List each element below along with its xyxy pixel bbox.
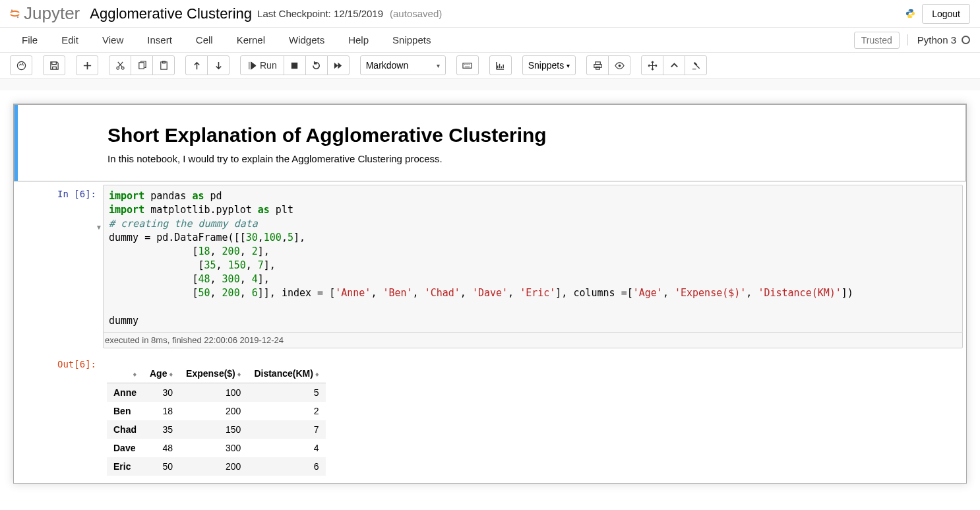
copy-button[interactable] [131,55,153,75]
cut-icon [115,61,125,71]
kernel-status-icon [962,36,970,44]
svg-point-0 [11,9,13,11]
stop-icon [290,61,299,71]
autosave-text: (autosaved) [390,8,442,19]
fast-forward-icon [333,61,343,71]
svg-point-3 [911,16,912,17]
menu-edit[interactable]: Edit [49,29,90,51]
restart-button[interactable] [305,55,328,75]
svg-point-4 [17,61,25,69]
eye-icon [615,61,625,71]
fold-icon[interactable]: ▼ [96,224,102,231]
menu-widgets[interactable]: Widgets [277,29,336,51]
index-header[interactable]: ♦ [107,364,143,383]
save-button[interactable] [10,55,32,75]
markdown-cell[interactable]: Short Explanation of Agglomerative Clust… [14,104,966,181]
menu-help[interactable]: Help [336,29,381,51]
save-icon [16,61,26,71]
col-distance[interactable]: Distance(KM)♦ [247,364,325,383]
copy-icon [137,61,147,71]
menu-snippets[interactable]: Snippets [381,29,443,51]
run-label: Run [260,60,277,71]
code-text: import pandas as pd import matplotlib.py… [109,189,957,328]
command-palette-button[interactable] [456,55,479,75]
table-row: Dave483004 [107,439,326,457]
svg-rect-11 [463,63,472,68]
move-down-button[interactable] [207,55,230,75]
table-row: Ben182002 [107,402,326,420]
table-header-row: ♦ Age♦ Expense($)♦ Distance(KM)♦ [107,364,326,383]
kernel-name[interactable]: Python 3 [907,34,970,46]
row-idx: Dave [107,439,143,457]
sort-icon: ♦ [237,370,241,378]
menu-view[interactable]: View [90,29,135,51]
preview-button[interactable] [608,55,630,75]
arrow-down-icon [214,61,224,71]
interrupt-button[interactable] [284,55,306,75]
menu-file[interactable]: File [10,29,49,51]
svg-point-6 [121,67,124,69]
svg-point-5 [116,67,119,69]
paste-icon [159,61,169,71]
header: Jupyter Agglomerative Clustering Last Ch… [0,0,980,28]
menu-kernel[interactable]: Kernel [225,29,277,51]
svg-rect-10 [291,62,297,68]
code-input-area[interactable]: ▼ import pandas as pd import matplotlib.… [103,185,963,333]
jupyter-logo[interactable]: Jupyter [10,3,80,24]
arrow-up-icon [192,61,202,71]
row-idx: Chad [107,420,143,439]
up-button[interactable] [663,55,685,75]
insert-cell-button[interactable] [76,55,98,75]
svg-point-2 [909,10,909,11]
caret-down-icon: ▾ [567,62,570,69]
table-row: Anne301005 [107,383,326,402]
notebook-container: Short Explanation of Agglomerative Clust… [13,104,967,484]
row-idx: Eric [107,457,143,476]
toolbar: Run Markdown Snippets ▾ [0,53,980,79]
chevron-up-icon [669,61,679,71]
output-cell: Out[6]: ♦ Age♦ Expense($)♦ Distance(KM)♦… [14,352,966,483]
snippets-dropdown[interactable]: Snippets ▾ [522,55,576,75]
svg-rect-7 [138,62,144,68]
notebook-title[interactable]: Agglomerative Clustering [90,5,252,22]
run-button[interactable]: Run [240,55,284,75]
row-idx: Ben [107,402,143,420]
menu-cell[interactable]: Cell [184,29,225,51]
table-row: Chad351507 [107,420,326,439]
checkpoint-text: Last Checkpoint: 12/15/2019 [257,8,383,19]
cut-button[interactable] [109,55,131,75]
code-cell[interactable]: In [6]: ▼ import pandas as pd import mat… [14,181,966,352]
sort-icon: ♦ [169,370,173,378]
col-expense[interactable]: Expense($)♦ [179,364,247,383]
restart-icon [311,61,321,71]
execution-info: executed in 8ms, finished 22:00:06 2019-… [103,332,963,348]
gavel-button[interactable] [685,55,707,75]
print-icon [593,61,603,71]
chart-button[interactable] [489,55,512,75]
menu-insert[interactable]: Insert [135,29,184,51]
floppy-save-button[interactable] [43,55,65,75]
logout-button[interactable]: Logout [922,4,970,24]
md-body: In this notebook, I would try to explain… [107,153,958,164]
trusted-indicator[interactable]: Trusted [854,32,900,49]
sort-icon: ♦ [133,370,137,378]
col-age[interactable]: Age♦ [143,364,179,383]
sort-icon: ♦ [315,370,319,378]
svg-point-1 [17,16,19,18]
move-button[interactable] [641,55,663,75]
floppy-icon [49,61,59,71]
celltype-select[interactable]: Markdown [360,55,446,75]
output-prompt: Out[6]: [17,355,103,480]
prompt-empty [18,108,104,177]
run-icon [247,61,257,71]
kernel-label: Python 3 [917,34,956,46]
print-button[interactable] [586,55,609,75]
jupyter-icon [10,9,20,18]
plus-icon [82,61,92,71]
md-heading: Short Explanation of Agglomerative Clust… [107,124,958,146]
chart-icon [495,61,505,71]
python-icon [905,9,915,18]
move-up-button[interactable] [185,55,208,75]
restart-run-all-button[interactable] [327,55,350,75]
paste-button[interactable] [152,55,175,75]
